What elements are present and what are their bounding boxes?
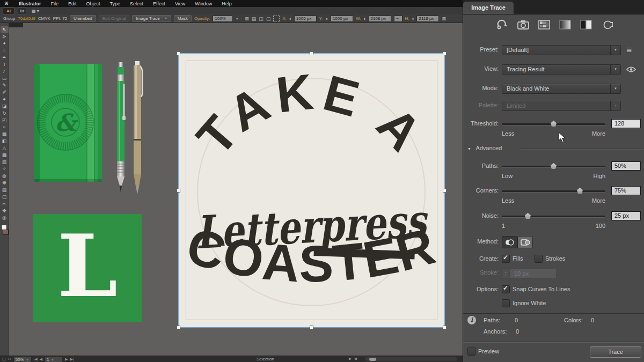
selection-handle[interactable]: [443, 189, 447, 193]
tool-line[interactable]: ∕: [1, 68, 9, 75]
tool-symbol-sprayer[interactable]: ❋: [1, 180, 9, 187]
tool-direct-selection[interactable]: ⊳: [1, 33, 9, 40]
threshold-slider-handle[interactable]: [551, 121, 557, 127]
threshold-slider[interactable]: [502, 123, 605, 125]
image-trace-tab[interactable]: Image Trace: [463, 2, 514, 14]
tool-blend[interactable]: ◍: [1, 173, 9, 180]
high-color-icon[interactable]: [517, 20, 529, 29]
menu-edit[interactable]: Edit: [63, 1, 82, 6]
green-pencil-art[interactable]: [114, 62, 128, 194]
workspace-switcher-icon[interactable]: ▦ ▾: [32, 9, 39, 13]
strokes-checkbox[interactable]: [535, 255, 543, 263]
selection-handle[interactable]: [310, 326, 313, 329]
tool-width[interactable]: ≈: [1, 124, 9, 131]
y-stepper[interactable]: ▲▼: [326, 17, 328, 20]
image-trace-button[interactable]: Image Trace▼: [132, 15, 171, 22]
chevron-down-icon[interactable]: ▼: [236, 17, 238, 20]
tool-selection[interactable]: ↖: [1, 26, 9, 33]
corners-slider-handle[interactable]: [577, 188, 583, 194]
stepper-down-icon[interactable]: ▼: [412, 19, 414, 20]
preset-menu-icon[interactable]: ≣: [626, 46, 632, 54]
last-artboard-button[interactable]: ▶|: [70, 357, 74, 361]
y-field[interactable]: 1000 px: [331, 16, 353, 22]
tool-scale[interactable]: ◰: [1, 117, 9, 124]
selection-handle[interactable]: [177, 51, 180, 55]
transform-panel-icon[interactable]: ⊠: [442, 16, 446, 21]
menu-illustrator[interactable]: Illustrator: [14, 1, 46, 6]
stroke-none-swatch[interactable]: [3, 230, 9, 235]
status-indicator-arrows[interactable]: ▶◀: [349, 357, 359, 361]
auto-color-icon[interactable]: [495, 19, 508, 30]
trace-button[interactable]: Trace: [590, 346, 641, 358]
selection-handle[interactable]: [177, 189, 180, 193]
eye-icon[interactable]: [626, 67, 636, 72]
outline-icon[interactable]: [601, 20, 613, 29]
paths-slider-handle[interactable]: [551, 163, 557, 169]
fills-checkbox[interactable]: ✓: [502, 255, 510, 263]
threshold-value-field[interactable]: 128: [611, 119, 641, 128]
mode-dropdown[interactable]: Black and White ▼: [502, 84, 621, 94]
canvas[interactable]: &: [9, 23, 463, 356]
constrain-proportions-icon[interactable]: ∞: [394, 16, 402, 22]
reference-point-icon[interactable]: [273, 16, 280, 21]
menu-select[interactable]: Select: [125, 1, 148, 6]
h-field[interactable]: 2118 px: [416, 16, 439, 22]
tool-hand[interactable]: ✥: [1, 208, 9, 215]
tool-free-transform[interactable]: ▦: [1, 131, 9, 138]
noise-slider[interactable]: [502, 216, 605, 218]
corners-value-field[interactable]: 75%: [611, 186, 641, 195]
tool-zoom[interactable]: ◎: [1, 215, 9, 221]
black-and-white-icon[interactable]: [580, 20, 592, 29]
tool-paintbrush[interactable]: ✎: [1, 82, 9, 89]
status-tool-indicator[interactable]: Selection: [257, 357, 274, 361]
tool-rectangle[interactable]: ▭: [1, 75, 9, 82]
selection-handle[interactable]: [443, 51, 447, 55]
chevron-down-icon[interactable]: ▼: [610, 46, 620, 55]
tool-artboard[interactable]: ▢: [1, 194, 9, 201]
triangle-down-icon[interactable]: ▼: [467, 147, 471, 151]
tool-lasso[interactable]: ◌: [1, 47, 9, 54]
tool-blob-brush[interactable]: ●: [1, 96, 9, 103]
selection-handle[interactable]: [443, 326, 447, 329]
w-field[interactable]: 2108 px: [369, 16, 391, 22]
paths-value-field[interactable]: 50%: [611, 161, 641, 171]
stepper-down-icon[interactable]: ▼: [326, 19, 328, 20]
tool-rotate[interactable]: ↻: [1, 110, 9, 117]
chevron-down-icon[interactable]: ▼: [610, 65, 620, 74]
tool-column-graph[interactable]: ▤: [1, 187, 9, 194]
x-field[interactable]: 1006 px: [294, 16, 317, 22]
publish-icon[interactable]: ↦: [8, 357, 11, 361]
tool-magic-wand[interactable]: ✦: [1, 40, 9, 47]
opacity-field[interactable]: 100%: [213, 16, 233, 22]
menu-window[interactable]: Window: [190, 1, 217, 6]
tool-slice[interactable]: ✂: [1, 201, 9, 208]
selection-handle[interactable]: [177, 326, 180, 329]
unembed-button[interactable]: Unembed: [70, 15, 96, 22]
bridge-icon[interactable]: Br: [18, 8, 26, 14]
preset-dropdown[interactable]: [Default] ▼: [502, 45, 621, 55]
chevron-down-icon[interactable]: ▼: [163, 16, 167, 21]
apple-menu-icon[interactable]: ⌘: [0, 1, 14, 6]
chevron-down-icon[interactable]: ▼: [610, 84, 620, 93]
page-tile-icon[interactable]: ▢: [2, 357, 6, 361]
noise-value-field[interactable]: 25 px: [611, 211, 641, 220]
chevron-down-icon[interactable]: ▼: [26, 358, 29, 361]
noise-slider-handle[interactable]: [525, 213, 531, 219]
menu-file[interactable]: File: [46, 1, 64, 6]
grayscale-icon[interactable]: [559, 20, 571, 29]
w-stepper[interactable]: ▲▼: [364, 17, 366, 20]
selection-handle[interactable]: [310, 51, 313, 55]
zoom-level-field[interactable]: 50%▼: [13, 357, 32, 362]
tool-pen[interactable]: ✒: [1, 54, 9, 61]
menu-effect[interactable]: Effect: [148, 1, 170, 6]
tool-type[interactable]: T: [1, 61, 9, 68]
ignore-white-checkbox[interactable]: [502, 299, 510, 307]
preferences-icon[interactable]: ◫: [259, 16, 264, 21]
fill-stroke-swatches[interactable]: [1, 225, 9, 237]
low-color-icon[interactable]: [538, 20, 550, 29]
artboard-number-field[interactable]: 1▼: [45, 357, 63, 362]
tool-eyedropper[interactable]: ✧: [1, 166, 9, 173]
view-dropdown[interactable]: Tracing Result ▼: [502, 64, 621, 75]
mask-button[interactable]: Mask: [174, 15, 192, 22]
screen-mode-icon[interactable]: ▢: [266, 16, 271, 21]
